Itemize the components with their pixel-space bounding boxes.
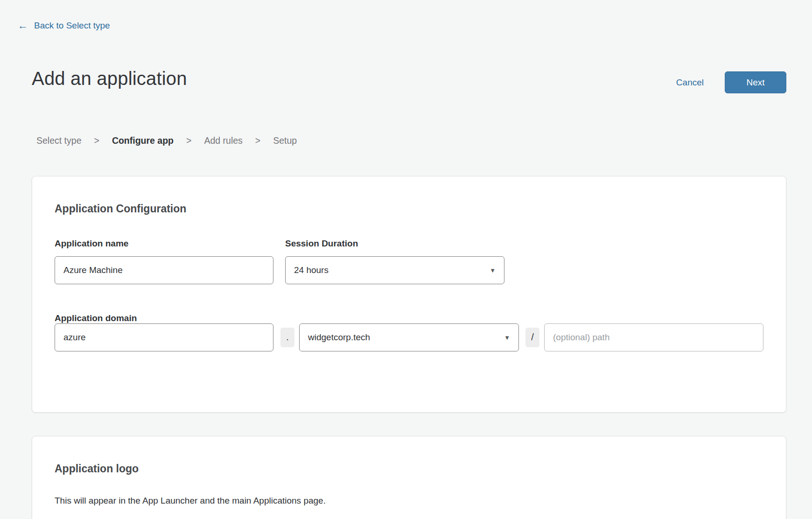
page-title: Add an application [32,68,187,89]
application-name-field-group: Application name [55,238,273,284]
breadcrumb-separator: > [255,135,260,146]
domain-select[interactable]: widgetcorp.tech ▼ [299,323,519,351]
path-input[interactable] [544,323,763,351]
application-logo-card: Application logo This will appear in the… [32,436,786,519]
session-duration-label: Session Duration [285,238,504,249]
breadcrumb-separator: > [94,135,99,146]
back-arrow-icon: ← [18,21,28,31]
breadcrumb: Select type > Configure app > Add rules … [36,135,297,146]
slash-separator: / [525,328,539,347]
application-domain-row: . widgetcorp.tech ▼ / [55,323,763,351]
back-link-label: Back to Select type [34,21,110,31]
breadcrumb-step-select-type[interactable]: Select type [36,135,81,146]
application-configuration-card: Application Configuration Application na… [32,176,786,413]
application-configuration-heading: Application Configuration [55,203,763,215]
next-button[interactable]: Next [725,71,786,93]
breadcrumb-step-configure-app[interactable]: Configure app [112,135,174,146]
cancel-button[interactable]: Cancel [676,77,704,88]
application-name-input[interactable] [55,256,273,284]
breadcrumb-step-setup[interactable]: Setup [273,135,297,146]
application-logo-description: This will appear in the App Launcher and… [55,496,763,506]
breadcrumb-separator: > [186,135,191,146]
header-actions: Cancel Next [676,71,786,93]
session-duration-select[interactable]: 24 hours ▼ [285,256,504,284]
subdomain-input[interactable] [55,323,273,351]
session-duration-value: 24 hours [294,265,329,275]
chevron-down-icon: ▼ [504,334,510,341]
application-domain-label: Application domain [55,313,137,323]
back-to-select-type-link[interactable]: ← Back to Select type [18,21,110,31]
dot-separator: . [280,328,294,347]
application-name-label: Application name [55,238,273,249]
name-session-row: Application name Session Duration 24 hou… [55,238,763,284]
application-logo-heading: Application logo [55,463,763,475]
session-duration-field-group: Session Duration 24 hours ▼ [285,238,504,284]
application-domain-section: Application domain . widgetcorp.tech ▼ / [55,313,763,351]
domain-value: widgetcorp.tech [308,332,370,343]
breadcrumb-step-add-rules[interactable]: Add rules [204,135,242,146]
chevron-down-icon: ▼ [490,267,496,274]
